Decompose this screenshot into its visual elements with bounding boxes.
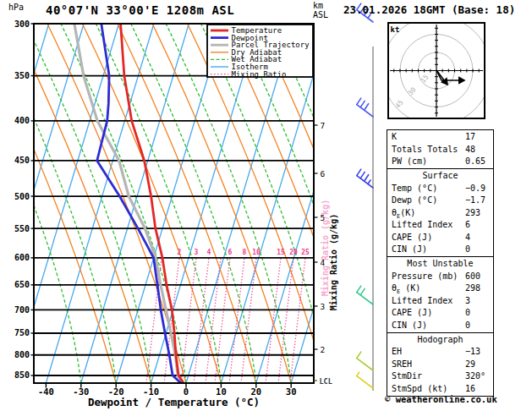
temp-tick-label: 30: [286, 386, 297, 397]
table-row: Totals Totals48: [387, 144, 493, 156]
dry-adiabat-line: [502, 24, 532, 383]
wind-barb-tick: [357, 169, 361, 176]
temp-tick-label: -20: [108, 386, 124, 397]
table-row: PW (cm)0.65: [387, 156, 493, 168]
km-unit: km: [313, 1, 323, 10]
table-row-label: Totals Totals: [392, 145, 458, 154]
table-row-label: StmSpd (kt): [392, 384, 447, 393]
temp-tick-label: 20: [250, 386, 261, 397]
pressure-unit-label: hPa: [8, 3, 24, 12]
table-row-label: CAPE (J): [392, 233, 432, 242]
wind-barb-shaft: [357, 359, 373, 370]
wind-barb-shaft: [357, 376, 373, 388]
mixing-ratio-value-label: 20: [289, 249, 298, 256]
wind-barb-tick: [365, 175, 369, 182]
wind-barb-tick: [357, 286, 361, 293]
table-row-label: CIN (J): [392, 244, 427, 254]
wind-barb: [357, 352, 373, 370]
table-row: StmSpd (kt)16: [387, 383, 493, 396]
table-row-value: 298: [465, 282, 480, 295]
wind-barb-tick: [357, 98, 361, 105]
mixing-ratio-line: [229, 258, 244, 383]
km-tick-label: 5: [321, 213, 326, 222]
table-section: K17Totals Totals48PW (cm)0.65: [387, 129, 494, 170]
table-row-value: 48: [465, 144, 475, 156]
km-tick-label: 3: [321, 302, 326, 311]
table-row-value: 0: [465, 307, 470, 320]
table-section: SurfaceTemp (°C)−0.9Dewp (°C)−1.7θE(K)29…: [387, 168, 494, 258]
table-row: SREH29: [387, 359, 493, 371]
lcl-label: LCL: [320, 377, 332, 386]
valid-time-label: 23.01.2026 18GMT (Base: 18): [343, 3, 515, 16]
wind-barb-half-tick: [368, 180, 370, 184]
skewt-sounding-page: { "header": { "pressure_unit": "hPa", "t…: [0, 0, 532, 411]
table-row-value: 4: [465, 232, 470, 244]
table-row-value: 6: [465, 219, 470, 232]
mixing-ratio-value-label: 8: [243, 249, 247, 256]
table-row: θE(K)293: [387, 207, 493, 220]
wind-barb: [357, 286, 373, 304]
table-row-label: StmDir: [392, 371, 422, 381]
table-row-label: θE (K): [392, 283, 420, 293]
table-section-header: Surface: [387, 170, 493, 183]
legend-label: Mixing Ratio: [232, 70, 287, 79]
table-row-label: K: [392, 132, 397, 141]
chart-title: 40°07'N 33°00'E 1208m ASL: [46, 3, 234, 17]
table-row: StmDir320°: [387, 370, 493, 383]
pressure-tick-label: 850: [14, 370, 30, 380]
table-row: Dewp (°C)−1.7: [387, 195, 493, 207]
wind-barb-shaft: [357, 105, 373, 117]
pressure-tick-label: 650: [14, 280, 30, 289]
mixing-axis-label: Mixing Ratio (g/kg): [329, 214, 338, 310]
pressure-tick-label: 700: [14, 305, 30, 315]
wind-barb-tick: [360, 288, 365, 295]
temp-tick-label: -30: [73, 386, 89, 397]
table-row-label: Lifted Index: [392, 220, 452, 229]
table-row: EH−13: [387, 346, 493, 359]
temp-tick-label: 10: [216, 386, 227, 397]
table-row-value: −0.9: [465, 183, 485, 195]
indices-table: K17Totals Totals48PW (cm)0.65SurfaceTemp…: [387, 129, 494, 397]
pressure-tick-label: 300: [14, 19, 30, 29]
km-tick-label: 2: [321, 345, 326, 354]
pressure-tick-label: 550: [14, 224, 30, 233]
table-row: CIN (J)0: [387, 320, 493, 332]
table-row-value: 320°: [465, 370, 485, 383]
wind-barb: [357, 169, 373, 188]
copyright-label: © weatheronline.co.uk: [385, 394, 497, 404]
wind-barb: [357, 372, 373, 388]
pressure-tick-label: 500: [14, 192, 30, 201]
wind-barb-tick: [365, 104, 369, 111]
wind-barb: [357, 98, 373, 117]
mixing-ratio-line: [194, 258, 209, 383]
km-tick-label: 4: [321, 258, 326, 267]
table-row-label: Temp (°C): [392, 184, 437, 193]
wind-barb-tick: [360, 172, 365, 178]
table-row-value: 3: [465, 295, 470, 308]
table-row-value: 0: [465, 244, 470, 256]
altitude-unit-label: kmASL: [313, 1, 328, 19]
table-row-value: −1.7: [465, 195, 485, 207]
table-row-value: 600: [465, 271, 480, 283]
asl-unit: ASL: [313, 10, 328, 19]
table-section-header: Hodograph: [387, 334, 493, 347]
hodograph-unit-label: kt: [391, 25, 400, 34]
wind-barb-shaft: [357, 176, 373, 188]
table-row-value: 17: [465, 131, 475, 144]
table-row-label: Dewp (°C): [392, 195, 437, 205]
table-row-value: 16: [465, 383, 475, 396]
table-row-label: CAPE (J): [392, 308, 432, 317]
table-row-label: CIN (J): [392, 321, 427, 330]
table-row: Temp (°C)−0.9: [387, 183, 493, 195]
table-row-value: 29: [465, 359, 475, 371]
mixing-ratio-value-label: 15: [277, 249, 285, 256]
wet-adiabat-line: [516, 24, 532, 383]
pressure-tick-label: 350: [14, 71, 30, 80]
mixing-ratio-value-label: 3: [195, 249, 199, 256]
table-row: θE (K)298: [387, 282, 493, 295]
mixing-ratio-value-label: 6: [228, 249, 233, 256]
table-section: HodographEH−13SREH29StmDir320°StmSpd (kt…: [387, 332, 494, 397]
temp-tick-label: -40: [38, 386, 54, 397]
pressure-tick-label: 400: [14, 116, 30, 125]
wet-adiabat-line: [0, 24, 81, 383]
